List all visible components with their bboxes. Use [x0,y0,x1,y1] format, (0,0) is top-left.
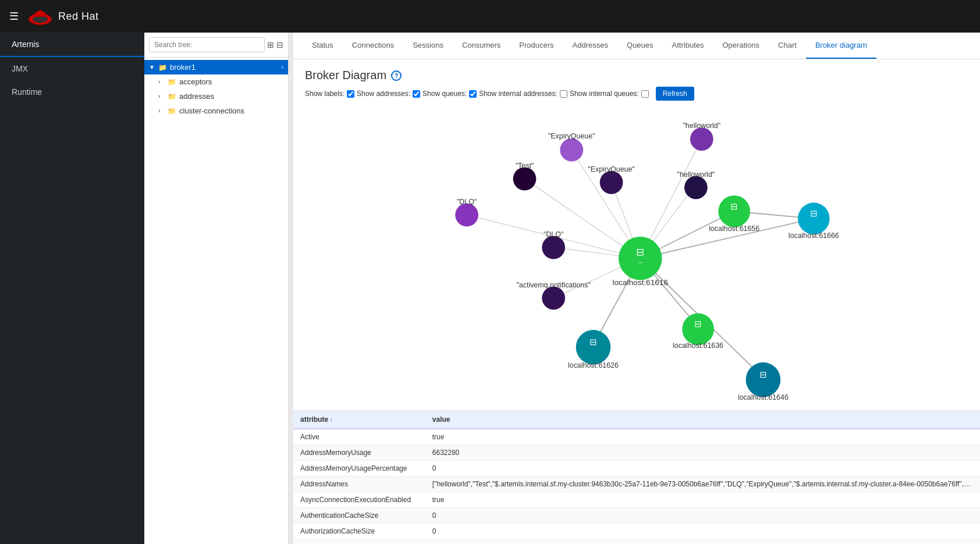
tab-connections[interactable]: Connections [343,33,403,59]
broker-icon: ⊟ [759,370,767,379]
table-row[interactable]: AddressMemoryUsage6632280 [293,445,980,461]
attribute-name: AsyncConnectionExecutionEnabled [293,492,425,508]
col-value[interactable]: value [425,411,980,429]
broker-icon: ⊟ [694,319,702,329]
node-expiryqueue2[interactable] [600,171,623,194]
diagram-controls: Show labels: Show addresses: Show queues… [293,87,980,106]
expand-arrow: ▼ [149,64,156,70]
node-label: localhost:61646 [738,393,789,401]
node-broker-61646[interactable] [746,362,781,397]
broker-icon: ⊟ [590,337,597,347]
node-label: "helloworld" [677,170,715,179]
node-test[interactable] [513,167,537,190]
col-attribute[interactable]: attribute [293,411,425,429]
node-label: localhost:61626 [568,361,619,369]
tab-status[interactable]: Status [303,33,343,59]
table-row[interactable]: AddressMemoryUsagePercentage0 [293,461,980,477]
node-label: "ExpiryQueue" [588,165,635,173]
table-row[interactable]: AuthorizationCacheSize0 [293,524,980,539]
attribute-name: AddressNames [293,477,425,492]
show-queues-label: Show queues: [422,90,467,98]
tab-sessions[interactable]: Sessions [403,33,453,59]
folder-icon: 📁 [158,63,167,72]
attribute-value: false [425,539,980,545]
node-expiryqueue1[interactable] [560,138,583,162]
node-broker-61656[interactable] [718,195,750,227]
tab-operations[interactable]: Operations [713,33,769,59]
sidebar-item-jmx[interactable]: JMX [0,57,144,80]
brand: Red Hat [28,6,99,27]
node-label: "activemq.notifications" [516,281,590,289]
table-row[interactable]: AddressNames["helloworld","Test","$.arte… [293,477,980,492]
chevron-right-icon: › [282,64,283,70]
show-internal-queues-label: Show internal queues: [570,90,639,98]
show-internal-queues-checkbox[interactable] [641,90,649,98]
tree-node-addresses[interactable]: › 📁 addresses [144,89,288,104]
help-icon[interactable]: ? [391,70,402,81]
tree-search-bar: ⊞ ⊟ [144,33,288,58]
tree-body: ▼ 📁 broker1 › › 📁 acceptors › 📁 addresse… [144,58,288,544]
node-label: localhost:61616 [612,278,668,287]
sidebar-item-runtime[interactable]: Runtime [0,80,144,104]
broker-icon: ⊟ [810,209,818,218]
attribute-name: AuthenticationCacheSize [293,508,425,524]
expand-arrow: › [158,93,165,99]
attribute-value: 0 [425,524,980,539]
tree-resize-handle[interactable] [289,33,293,544]
attribute-value: 6632280 [425,445,980,461]
top-nav: ☰ Red Hat [0,0,980,33]
tab-attributes[interactable]: Attributes [663,33,713,59]
tab-chart[interactable]: Chart [769,33,806,59]
attribute-name: AddressMemoryUsage [293,445,425,461]
tab-consumers[interactable]: Consumers [453,33,510,59]
node-dlq2[interactable] [542,236,565,259]
search-input[interactable] [149,37,265,52]
attribute-table: attribute value ActivetrueAddressMemoryU… [293,410,980,544]
node-dlq1[interactable] [455,204,478,227]
broker-icon2: — [638,259,643,265]
node-label: localhost:61666 [789,232,839,240]
hamburger-menu[interactable]: ☰ [9,10,19,23]
attribute-value: ["helloworld","Test","$.artemis.internal… [425,477,980,492]
tree-node-cluster-connections[interactable]: › 📁 cluster-connections [144,104,288,118]
tab-broker-diagram[interactable]: Broker diagram [806,33,876,59]
node-broker-61636[interactable] [682,313,714,345]
node-broker-61666[interactable] [798,202,830,234]
sidebar-item-artemis[interactable]: Artemis [0,33,144,57]
diagram-title: Broker Diagram [305,69,386,82]
node-helloworld2[interactable] [684,176,708,199]
tree-node-broker1[interactable]: ▼ 📁 broker1 › [144,60,288,74]
show-queues-checkbox[interactable] [469,90,477,98]
table-row[interactable]: AuthenticationCacheSize0 [293,508,980,524]
folder-icon: 📁 [168,93,176,101]
diagram-header: Broker Diagram ? [293,59,980,87]
broker-diagram-svg: "ExpiryQueue" "helloworld" "Test" "Expir… [293,106,980,410]
diagram-area: Broker Diagram ? Show labels: Show addre… [293,59,980,544]
content-area: Status Connections Sessions Consumers Pr… [293,33,980,544]
show-internal-addresses-checkbox[interactable] [560,90,567,98]
show-labels-checkbox[interactable] [347,90,354,98]
collapse-all-icon[interactable]: ⊟ [276,40,283,49]
attribute-value: 0 [425,461,980,477]
node-label: localhost:61656 [709,225,759,233]
tree-panel: ⊞ ⊟ ▼ 📁 broker1 › › 📁 acceptors › 📁 addr… [144,33,289,544]
table-row[interactable]: Activetrue [293,429,980,445]
show-addresses-checkbox[interactable] [413,90,420,98]
node-activemq[interactable] [542,286,565,310]
table-row[interactable]: AsyncConnectionExecutionEnabledtrue [293,492,980,508]
refresh-button[interactable]: Refresh [656,87,694,101]
tab-addresses[interactable]: Addresses [563,33,617,59]
expand-arrow: › [158,108,165,114]
node-broker-61616[interactable] [619,237,662,280]
tab-queues[interactable]: Queues [617,33,663,59]
show-internal-addresses-label: Show internal addresses: [479,90,558,98]
attribute-name: Backup [293,539,425,545]
table-row[interactable]: Backupfalse [293,539,980,545]
node-helloworld1[interactable] [690,127,713,151]
expand-all-icon[interactable]: ⊞ [267,40,274,49]
broker-icon: ⊟ [730,202,738,211]
tree-node-acceptors[interactable]: › 📁 acceptors [144,74,288,89]
tab-producers[interactable]: Producers [510,33,563,59]
node-broker-61626[interactable] [576,330,611,365]
brand-name: Red Hat [58,10,99,23]
